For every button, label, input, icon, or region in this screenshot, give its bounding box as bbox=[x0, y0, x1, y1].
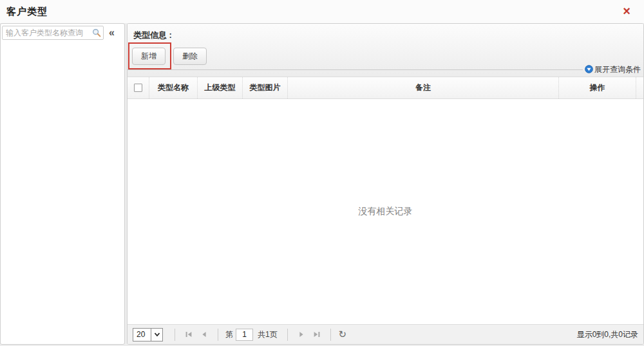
select-all-checkbox[interactable] bbox=[134, 84, 142, 92]
records-summary: 显示0到0,共0记录 bbox=[577, 329, 638, 340]
page-size-value: 20 bbox=[133, 329, 151, 341]
pager-separator bbox=[218, 329, 218, 341]
refresh-button[interactable]: ↻ bbox=[337, 329, 348, 340]
first-page-icon bbox=[184, 330, 193, 339]
pager-separator bbox=[287, 329, 288, 341]
column-header-type-image: 类型图片 bbox=[242, 77, 287, 98]
search-wrap bbox=[2, 26, 104, 40]
table-body: 没有相关记录 bbox=[128, 99, 643, 324]
empty-records-text: 没有相关记录 bbox=[359, 206, 413, 217]
page-prefix-label: 第 bbox=[225, 329, 233, 340]
column-header-parent-type: 上级类型 bbox=[197, 77, 242, 98]
main-panel: 类型信息 : 新增 删除 展开查询条件 类型名称 上级类型 类型图片 备注 bbox=[127, 23, 644, 345]
divider bbox=[128, 69, 583, 70]
window-titlebar: 客户类型 × bbox=[0, 0, 644, 23]
delete-button[interactable]: 删除 bbox=[173, 48, 207, 65]
sidebar: « bbox=[0, 23, 125, 345]
column-header-remarks: 备注 bbox=[287, 77, 558, 98]
chevron-down-icon bbox=[151, 329, 162, 341]
page-number-input[interactable] bbox=[236, 329, 253, 341]
select-all-cell bbox=[128, 77, 149, 98]
page-title: 客户类型 bbox=[0, 6, 48, 18]
add-button[interactable]: 新增 bbox=[132, 48, 166, 65]
search-input[interactable] bbox=[2, 26, 104, 40]
total-pages-label: 共1页 bbox=[258, 329, 278, 340]
sidebar-search-row: « bbox=[1, 24, 124, 40]
table-header-row: 类型名称 上级类型 类型图片 备注 操作 bbox=[128, 77, 643, 99]
collapse-sidebar-button[interactable]: « bbox=[109, 26, 115, 40]
search-icon[interactable] bbox=[92, 28, 101, 37]
close-button[interactable]: × bbox=[620, 4, 634, 18]
close-icon: × bbox=[623, 5, 630, 17]
next-page-icon bbox=[297, 330, 306, 339]
column-header-type-name: 类型名称 bbox=[149, 77, 197, 98]
last-page-icon bbox=[312, 330, 321, 339]
next-page-button[interactable] bbox=[296, 329, 307, 340]
pager-separator bbox=[175, 329, 175, 341]
column-header-operation: 操作 bbox=[558, 77, 636, 98]
last-page-button[interactable] bbox=[311, 329, 323, 340]
expand-row: 展开查询条件 bbox=[128, 64, 641, 75]
first-page-button[interactable] bbox=[183, 329, 194, 340]
previous-page-button[interactable] bbox=[198, 329, 210, 340]
pager-separator bbox=[330, 329, 331, 341]
expand-query-link[interactable]: 展开查询条件 bbox=[585, 64, 641, 76]
pagination-bar: 20 第 共1页 bbox=[128, 324, 643, 344]
main-header: 类型信息 : 新增 删除 展开查询条件 bbox=[128, 24, 643, 77]
expand-query-label: 展开查询条件 bbox=[594, 64, 641, 75]
section-title: 类型信息 : bbox=[133, 30, 172, 41]
expand-circle-down-icon bbox=[585, 64, 593, 76]
column-header-filler bbox=[636, 77, 643, 98]
previous-page-icon bbox=[200, 330, 209, 339]
page-size-select[interactable]: 20 bbox=[133, 328, 163, 341]
